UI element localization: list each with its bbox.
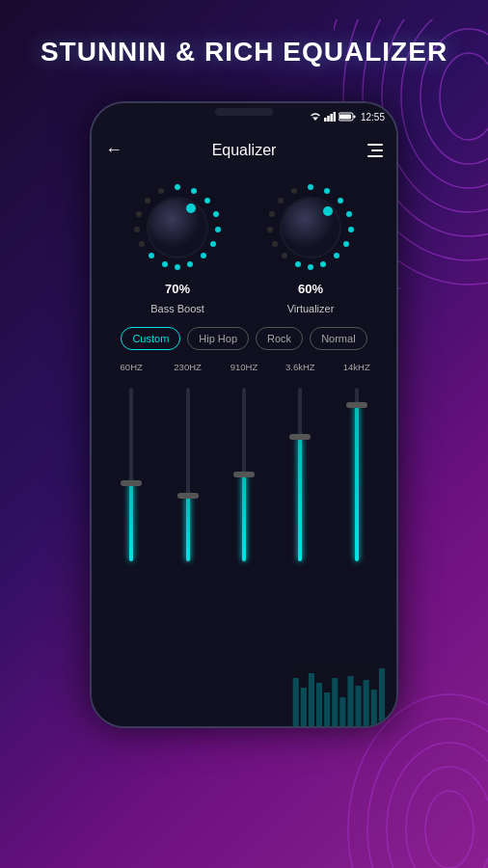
slider-track-14khz: [355, 388, 359, 561]
slider-thumb-3k6hz[interactable]: [289, 434, 311, 440]
svg-rect-60: [301, 688, 307, 726]
svg-rect-20: [353, 116, 355, 119]
svg-point-43: [346, 211, 352, 217]
svg-point-28: [187, 261, 193, 267]
menu-line-3: [367, 155, 383, 157]
phone-screen: ← Equalizer: [92, 130, 396, 726]
svg-rect-17: [334, 112, 336, 122]
virtualizer-knob-wrapper: 60% Virtualizer: [262, 179, 359, 315]
svg-point-42: [338, 198, 343, 203]
slider-fill-3k6hz: [298, 437, 302, 562]
svg-rect-66: [347, 676, 353, 726]
svg-point-50: [282, 253, 287, 258]
svg-point-23: [204, 198, 210, 203]
bass-boost-label: Bass Boost: [150, 302, 204, 315]
svg-point-44: [348, 227, 354, 232]
eq-slider-230hz[interactable]: [170, 378, 206, 590]
svg-rect-67: [356, 686, 362, 726]
bottom-eq-deco: [92, 659, 396, 726]
eq-slider-60hz[interactable]: [113, 378, 149, 590]
slider-thumb-230hz[interactable]: [177, 493, 199, 499]
eq-area: 60HZ 230HZ 910HZ 3.6kHZ 14kHZ: [92, 358, 396, 590]
svg-point-9: [406, 767, 488, 868]
page-title: STUNNIN & RICH EQUALIZER: [0, 37, 488, 68]
svg-rect-63: [324, 692, 330, 726]
eq-label-910hz: 910HZ: [226, 362, 262, 372]
bass-boost-percent: 70%: [165, 282, 190, 296]
svg-point-45: [343, 241, 349, 247]
svg-point-38: [149, 199, 206, 257]
slider-fill-60hz: [129, 483, 133, 561]
slider-thumb-60hz[interactable]: [121, 480, 142, 486]
eq-label-60hz: 60HZ: [113, 362, 149, 372]
back-button[interactable]: ←: [105, 140, 132, 160]
status-icons: 12:55: [310, 112, 385, 122]
wifi-icon: [310, 112, 321, 122]
svg-point-35: [145, 198, 150, 203]
virtualizer-label: Virtualizer: [287, 302, 335, 315]
svg-rect-16: [330, 114, 333, 122]
svg-point-51: [272, 241, 278, 247]
eq-label-14khz: 14kHZ: [339, 362, 375, 372]
svg-point-36: [158, 188, 164, 194]
svg-point-40: [308, 184, 313, 190]
virtualizer-percent: 60%: [298, 282, 323, 296]
phone-shell: 12:55 ← Equalizer: [90, 101, 398, 728]
preset-normal[interactable]: Normal: [310, 327, 366, 350]
slider-thumb-14khz[interactable]: [346, 402, 367, 408]
svg-rect-14: [324, 118, 327, 122]
slider-thumb-910hz[interactable]: [233, 472, 255, 477]
preset-rock[interactable]: Rock: [256, 327, 303, 350]
preset-hiphop[interactable]: Hip Hop: [187, 327, 249, 350]
svg-rect-19: [339, 115, 351, 120]
svg-point-27: [201, 253, 206, 258]
virtualizer-knob[interactable]: [262, 179, 359, 276]
svg-point-25: [215, 227, 221, 232]
svg-point-53: [269, 211, 275, 217]
svg-point-48: [308, 264, 313, 270]
preset-custom[interactable]: Custom: [121, 327, 180, 350]
knobs-area: 70% Bass Boost: [92, 170, 396, 315]
menu-line-2: [371, 149, 383, 151]
bass-boost-knob[interactable]: [129, 179, 226, 276]
svg-point-47: [320, 261, 326, 267]
svg-rect-59: [293, 678, 299, 726]
presets-row: Custom Hip Hop Rock Normal: [92, 315, 396, 358]
svg-point-30: [162, 261, 168, 267]
svg-rect-64: [332, 678, 338, 726]
svg-point-58: [323, 206, 333, 216]
svg-point-22: [191, 188, 197, 194]
svg-point-24: [213, 211, 219, 217]
svg-point-41: [324, 188, 330, 194]
slider-track-230hz: [186, 388, 190, 561]
eq-slider-3k6hz[interactable]: [282, 378, 318, 590]
app-title: Equalizer: [212, 142, 277, 159]
app-topbar: ← Equalizer: [92, 130, 396, 170]
svg-point-34: [136, 211, 142, 217]
svg-point-8: [425, 791, 474, 868]
svg-point-26: [210, 241, 216, 247]
phone-notch: [215, 108, 273, 116]
bass-boost-knob-wrapper: 70% Bass Boost: [129, 179, 226, 315]
svg-rect-69: [371, 690, 377, 726]
svg-marker-13: [312, 118, 318, 122]
svg-point-21: [175, 184, 180, 190]
svg-point-31: [149, 253, 154, 258]
slider-fill-14khz: [355, 405, 359, 561]
svg-point-52: [267, 227, 273, 232]
svg-rect-15: [327, 116, 330, 122]
slider-fill-230hz: [186, 496, 190, 561]
svg-point-46: [334, 253, 339, 258]
eq-sliders: [99, 378, 389, 590]
eq-label-3k6hz: 3.6kHZ: [282, 362, 318, 372]
eq-slider-14khz[interactable]: [339, 378, 375, 590]
status-bar: 12:55: [92, 103, 396, 130]
slider-track-910hz: [242, 388, 246, 561]
eq-slider-910hz[interactable]: [226, 378, 262, 590]
svg-rect-68: [364, 680, 369, 726]
svg-point-29: [175, 264, 180, 270]
slider-fill-910hz: [242, 475, 246, 561]
battery-icon: [339, 112, 356, 122]
menu-button[interactable]: [364, 144, 383, 157]
phone-mockup: 12:55 ← Equalizer: [90, 101, 398, 728]
